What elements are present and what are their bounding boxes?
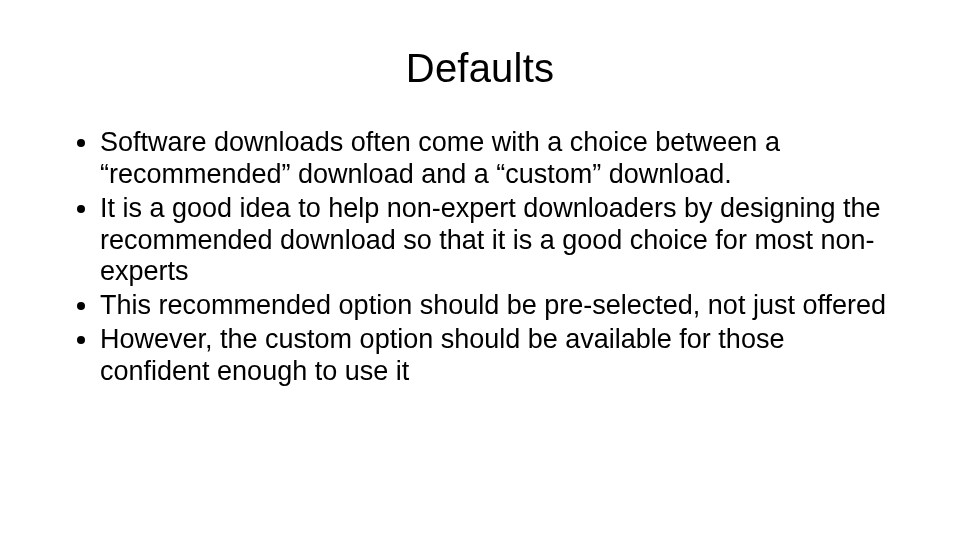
slide: Defaults Software downloads often come w… <box>0 0 960 540</box>
bullet-list: Software downloads often come with a cho… <box>60 127 900 388</box>
list-item: Software downloads often come with a cho… <box>100 127 900 191</box>
list-item: This recommended option should be pre-se… <box>100 290 900 322</box>
list-item: It is a good idea to help non-expert dow… <box>100 193 900 289</box>
list-item: However, the custom option should be ava… <box>100 324 900 388</box>
slide-title: Defaults <box>60 46 900 91</box>
